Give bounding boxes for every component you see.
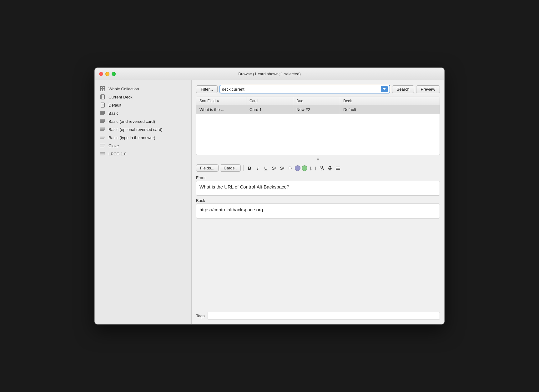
superscript-button[interactable]: S2 (270, 165, 277, 172)
preview-button[interactable]: Preview (416, 85, 440, 93)
fields-button[interactable]: Fields... (196, 164, 219, 172)
front-content[interactable]: What is the URL of Control-Alt-Backspace… (196, 181, 440, 196)
sidebar-item-basic-reversed[interactable]: Basic (and reversed card) (95, 117, 191, 125)
lines-icon-lpcg (100, 151, 105, 157)
svg-rect-3 (103, 89, 105, 91)
sidebar-item-basic-type[interactable]: Basic (type in the answer) (95, 133, 191, 142)
tags-row: Tags (196, 309, 440, 320)
sidebar-item-current-deck[interactable]: Current Deck (95, 93, 191, 101)
sidebar-label-basic: Basic (108, 111, 118, 116)
front-label: Front (196, 175, 440, 180)
sidebar-label-basic-optional: Basic (optional reversed card) (108, 127, 163, 132)
subscript-button[interactable]: S2 (279, 165, 285, 172)
th-card: Card (246, 97, 293, 105)
lines-icon-cloze (100, 143, 105, 148)
sidebar-label-basic-reversed: Basic (and reversed card) (108, 119, 155, 124)
sidebar-item-cloze[interactable]: Cloze (95, 142, 191, 150)
table-header: Sort Field Card Due Deck (196, 97, 440, 105)
search-input[interactable] (222, 87, 381, 92)
sidebar-label-default: Default (108, 103, 121, 108)
svg-rect-4 (101, 95, 104, 99)
cards-button[interactable]: Cards . (220, 164, 241, 172)
search-bar: Filter... Search Preview (196, 85, 440, 93)
window-body: Whole Collection Current Deck (95, 80, 444, 324)
microphone-button[interactable] (326, 165, 333, 172)
window-title: Browse (1 card shown; 1 selected) (238, 72, 300, 76)
search-input-wrapper (219, 85, 390, 93)
sidebar: Whole Collection Current Deck (95, 80, 192, 324)
title-bar: Browse (1 card shown; 1 selected) (95, 68, 444, 80)
link-button[interactable] (318, 165, 325, 172)
td-card: Card 1 (246, 105, 293, 114)
filter-button[interactable]: Filter... (196, 85, 218, 93)
bold-button[interactable]: B (246, 165, 253, 172)
minimize-button[interactable] (105, 72, 109, 76)
svg-rect-1 (103, 87, 105, 88)
sidebar-item-default[interactable]: Default (95, 101, 191, 109)
drag-handle[interactable] (196, 158, 440, 161)
td-deck: Default (340, 105, 440, 114)
close-button[interactable] (99, 72, 103, 76)
th-due: Due (293, 97, 340, 105)
italic-button[interactable]: I (254, 165, 261, 172)
lines-icon-basic-type (100, 135, 105, 140)
color-picker-green[interactable] (302, 165, 307, 171)
sidebar-item-whole-collection[interactable]: Whole Collection (95, 85, 191, 93)
lines-icon-basic-optional (100, 127, 105, 132)
sidebar-label-cloze: Cloze (108, 143, 119, 148)
editor-toolbar: Fields... Cards . B I U S2 S2 Fx […] (196, 164, 440, 172)
card-table: Sort Field Card Due Deck (196, 97, 440, 155)
app-window: Browse (1 card shown; 1 selected) Whole … (94, 68, 445, 324)
underline-button[interactable]: U (262, 165, 269, 172)
lines-icon-basic (100, 110, 105, 116)
lines-icon-basic-reversed (100, 118, 105, 124)
grid-icon (100, 86, 105, 92)
menu-button[interactable] (335, 165, 341, 172)
td-sort-field: What is the ... (196, 105, 246, 114)
sidebar-label-whole-collection: Whole Collection (108, 87, 139, 91)
fx-button[interactable]: Fx (287, 165, 294, 172)
tags-label: Tags (196, 314, 204, 318)
svg-rect-34 (329, 166, 331, 169)
book-icon (100, 94, 105, 100)
svg-rect-0 (100, 87, 102, 88)
table-empty-area (196, 114, 440, 155)
td-due: New #2 (293, 105, 340, 114)
sidebar-item-basic-optional[interactable]: Basic (optional reversed card) (95, 125, 191, 133)
color-picker-purple[interactable] (295, 165, 300, 171)
card-editor: Front What is the URL of Control-Alt-Bac… (196, 175, 440, 320)
search-button[interactable]: Search (392, 85, 414, 93)
sidebar-item-basic[interactable]: Basic (95, 109, 191, 117)
th-deck: Deck (340, 97, 440, 105)
tags-input[interactable] (208, 312, 440, 320)
table-row[interactable]: What is the ... Card 1 New #2 Default (196, 105, 440, 114)
sidebar-label-basic-type: Basic (type in the answer) (108, 135, 155, 140)
search-dropdown-button[interactable] (381, 86, 388, 92)
sidebar-label-current-deck: Current Deck (108, 95, 133, 99)
svg-rect-2 (100, 89, 102, 91)
bracket-button[interactable]: […] (309, 165, 317, 172)
note-icon (100, 102, 105, 108)
back-content[interactable]: https://controlaltbackspace.org (196, 204, 440, 219)
back-field-container: Back https://controlaltbackspace.org (196, 198, 440, 219)
toolbar-separator (243, 165, 244, 171)
back-label: Back (196, 198, 440, 203)
th-sort-field: Sort Field (196, 97, 246, 105)
drag-dot (317, 158, 319, 160)
main-content: Filter... Search Preview Sort Field (192, 80, 444, 324)
sidebar-label-lpcg: LPCG 1.0 (108, 152, 126, 156)
traffic-lights (99, 72, 116, 76)
maximize-button[interactable] (112, 72, 116, 76)
front-field-container: Front What is the URL of Control-Alt-Bac… (196, 175, 440, 196)
sidebar-item-lpcg[interactable]: LPCG 1.0 (95, 150, 191, 158)
